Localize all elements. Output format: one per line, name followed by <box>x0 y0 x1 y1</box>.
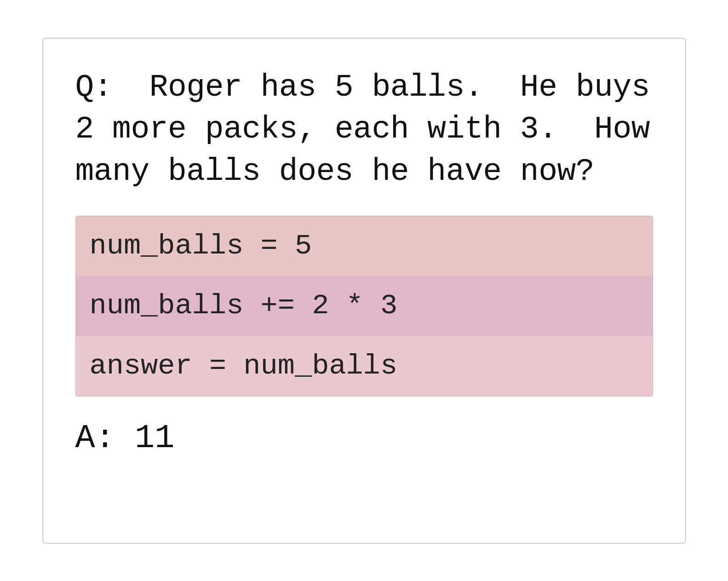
code-block-container: num_balls = 5 num_balls += 2 * 3 answer … <box>75 216 653 397</box>
code-line-2: num_balls += 2 * 3 <box>76 276 653 336</box>
code-line-1: num_balls = 5 <box>76 216 653 276</box>
code-line-3: answer = num_balls <box>76 336 653 396</box>
question-text: Q: Roger has 5 balls. He buys2 more pack… <box>75 66 653 193</box>
main-card: Q: Roger has 5 balls. He buys2 more pack… <box>42 38 686 544</box>
answer-text: A: 11 <box>75 420 653 457</box>
